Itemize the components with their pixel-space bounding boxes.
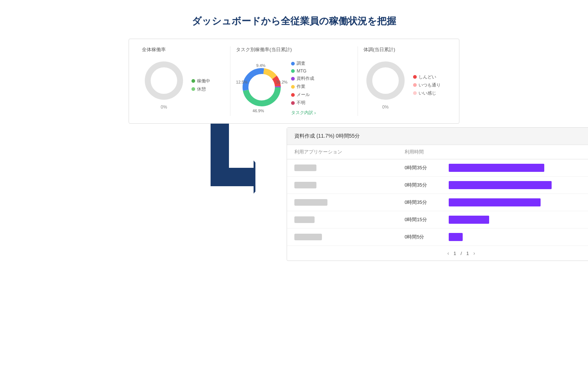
task-section: タスク別稼働率(当日累計) 9.4% 30.2% 46.9% 12.5% [230, 46, 358, 116]
table-header-row: 利用アプリケーション 利用時間 [287, 145, 588, 159]
col-header-bar [449, 149, 588, 155]
app-name-placeholder [294, 164, 316, 171]
legend-item-research: 調査 [291, 60, 316, 67]
page-separator: / [460, 251, 462, 256]
page-current: 1 [453, 251, 456, 256]
legend-dot-break [191, 87, 195, 91]
health-title: 体調(当日累計) [363, 46, 446, 53]
task-donut-chart [240, 65, 284, 109]
time-value: 0時間5分 [405, 234, 449, 240]
task-label-right: 30.2% [276, 80, 287, 84]
task-title: タスク別稼働率(当日累計) [236, 46, 352, 53]
usage-bar [449, 233, 463, 241]
prev-page-button[interactable]: ‹ [447, 250, 449, 256]
page-title: ダッシュボードから全従業員の稼働状況を把握 [192, 15, 396, 28]
legend-item-doc: 資料作成 [291, 75, 316, 82]
legend-item-break: 休憩 [191, 86, 210, 92]
col-header-time: 利用時間 [405, 149, 449, 155]
detail-panel: 資料作成 (11.7%) 0時間55分 利用アプリケーション 利用時間 0時間3… [287, 127, 588, 261]
usage-bar [449, 198, 541, 206]
task-detail-link[interactable]: タスク内訳 › [291, 110, 316, 116]
health-donut-chart [363, 59, 408, 103]
legend-dot-working [191, 79, 195, 83]
lower-area: 資料作成 (11.7%) 0時間55分 利用アプリケーション 利用時間 0時間3… [92, 124, 496, 282]
usage-bar [449, 216, 489, 224]
table-row: 0時間15分 [287, 211, 588, 229]
detail-header: 資料作成 (11.7%) 0時間55分 [287, 128, 588, 145]
pagination: ‹ 1 / 1 › [287, 246, 588, 261]
table-row: 0時間35分 [287, 177, 588, 194]
task-label-top: 9.4% [256, 63, 265, 68]
next-page-button[interactable]: › [473, 250, 475, 256]
task-label-left: 12.5% [236, 80, 247, 84]
task-inner: 9.4% 30.2% 46.9% 12.5% [236, 59, 352, 116]
usage-bar [449, 164, 544, 172]
usage-bar [449, 181, 552, 189]
big-arrow [197, 124, 255, 197]
page-total: 1 [466, 251, 469, 256]
legend-item-tired: しんどい [413, 74, 441, 80]
dashboard-panel: 全体稼働率 0% 稼働中 休憩 タスク別稼働率(当日累計) [129, 39, 459, 124]
time-value: 0時間35分 [405, 164, 449, 171]
svg-marker-9 [254, 160, 255, 194]
overall-title: 全体稼働率 [142, 46, 225, 53]
legend-item-mail: メール [291, 92, 316, 98]
overall-donut-chart [142, 59, 186, 103]
app-name-placeholder [294, 199, 327, 206]
app-name-placeholder [294, 234, 322, 240]
legend-item-mtg: MTG [291, 68, 316, 74]
task-donut-wrapper: 9.4% 30.2% 46.9% 12.5% [236, 61, 287, 113]
table-row: 0時間35分 [287, 194, 588, 211]
time-value: 0時間15分 [405, 216, 449, 223]
app-name-placeholder [294, 216, 315, 223]
overall-section: 全体稼働率 0% 稼働中 休憩 [136, 46, 230, 116]
table-row: 0時間5分 [287, 229, 588, 246]
legend-item-unknown: 不明 [291, 100, 316, 106]
legend-item-working: 稼働中 [191, 78, 210, 84]
col-header-app: 利用アプリケーション [294, 149, 405, 155]
app-name-placeholder [294, 182, 316, 188]
task-label-bottom: 46.9% [252, 109, 264, 113]
legend-item-work: 作業 [291, 84, 316, 90]
svg-rect-8 [211, 168, 255, 186]
task-legend: 調査 MTG 資料作成 作業 [291, 59, 316, 116]
legend-item-good: いい感じ [413, 90, 441, 96]
svg-point-6 [369, 64, 402, 97]
overall-legend: 稼働中 休憩 [191, 78, 210, 92]
detail-table: 利用アプリケーション 利用時間 0時間35分 0時間35分 [287, 145, 588, 261]
time-value: 0時間35分 [405, 199, 449, 206]
table-row: 0時間35分 [287, 159, 588, 177]
time-value: 0時間35分 [405, 182, 449, 188]
health-legend: しんどい いつも通り いい感じ [413, 74, 441, 96]
overall-percent-label: 0% [161, 105, 167, 110]
legend-item-normal: いつも通り [413, 82, 441, 88]
svg-point-0 [148, 64, 180, 97]
health-section: 体調(当日累計) 0% しんどい いつも通り いい感じ [358, 46, 452, 116]
health-percent-label: 0% [382, 105, 388, 110]
